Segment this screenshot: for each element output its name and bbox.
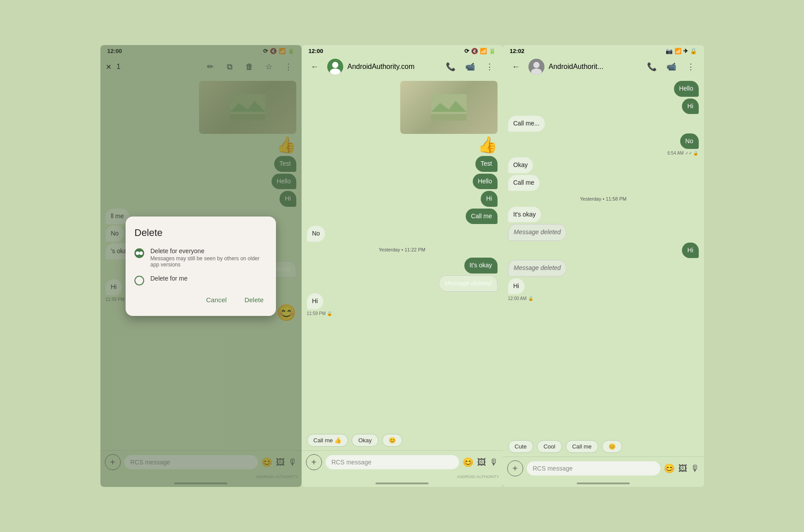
chip-okay-2[interactable]: Okay [352,434,378,447]
msg-itsokay-3: It's okay [508,207,541,223]
back-button-2[interactable]: ← [307,59,323,75]
contact-avatar-2 [327,59,343,75]
screen-3: 12:02 📷 📶 ✈ 🔒 ← AndroidAuthorit... 📞 📹 ⋮ [503,45,704,487]
status-bar-2: 12:00 ⟳ 🔇 📶 🔋 [302,45,503,56]
chip-callme-3[interactable]: Call me [566,440,598,453]
svg-point-8 [533,62,540,68]
voice-button-3[interactable]: 🎙 [691,464,700,474]
screens-container: 12:00 ⟳ 🔇 📶 🔋 ✕ 1 ✏ ⧉ 🗑 ☆ ⋮ [100,45,704,487]
msg-hello-3: Hello [674,81,699,97]
dialog-actions: Cancel Delete [134,294,267,305]
msg-no-3: No [680,133,699,149]
reaction-chips-3: Cute Cool Call me 😊 [503,437,704,456]
msg-okay-3: Okay [508,157,533,173]
hi-timestamp-3: 12:00 AM 🔒 [508,296,699,301]
hi-timestamp-2: 11:59 PM 🔒 [307,311,498,316]
wifi-icon-3: 📶 [674,48,681,54]
msg-hi-2: Hi [481,191,497,207]
status-bar-3: 12:02 📷 📶 ✈ 🔒 [503,45,704,56]
screen-1: 12:00 ⟳ 🔇 📶 🔋 ✕ 1 ✏ ⧉ 🗑 ☆ ⋮ [100,45,302,487]
msg-itsokay-2: It's okay [464,258,498,274]
msg-hello-2: Hello [473,174,498,190]
svg-point-3 [332,62,338,68]
lock-icon-3: 🔒 [690,48,697,54]
more-button-2[interactable]: ⋮ [482,59,498,75]
volume-icon-2: 🔇 [471,48,478,54]
nav-indicator-3 [577,483,630,484]
chip-cool[interactable]: Cool [537,440,562,453]
msg-no-2: No [307,226,325,242]
chat-area-3: Hello Hi Call me... No 6:54 AM ✓✓ 🔒 Okay… [503,77,704,437]
watermark-2: ANDROID AUTHORITY [302,474,503,480]
back-button-3[interactable]: ← [508,59,524,75]
signal-icon-2: 📶 [480,48,487,54]
msg-hi-3: Hi [682,99,698,114]
image-message-2 [400,81,498,134]
sticker-button-3[interactable]: 🖼 [678,464,687,474]
status-icons-2: ⟳ 🔇 📶 🔋 [464,48,496,54]
chip-cute[interactable]: Cute [508,440,533,453]
chip-smiley-3[interactable]: 😊 [602,440,622,453]
msg-callme-3: Call me... [508,116,545,132]
sync-icon-2: ⟳ [464,48,469,54]
sticker-button-2[interactable]: 🖼 [477,457,486,467]
app-bar-actions-3: 📞 📹 ⋮ [644,59,699,75]
msg-test-2: Test [475,156,498,172]
msg-hi-sent-3: Hi [682,243,698,258]
video-button-2[interactable]: 📹 [462,59,478,75]
msg-callme-2: Call me [466,209,497,224]
phone-button-3[interactable]: 📞 [644,59,660,75]
delete-dialog: Delete Delete for everyone Messages may … [126,217,276,316]
message-input-3[interactable]: RCS message [527,461,660,475]
reaction-chips-2: Call me 👍 Okay 😊 [302,430,503,450]
svg-rect-6 [431,114,467,121]
more-button-3[interactable]: ⋮ [683,59,699,75]
option-me-label: Delete for me [150,275,188,282]
timestamp-center-3: Yesterday • 11:58 PM [508,196,699,201]
chip-smiley-2[interactable]: 😊 [382,434,402,447]
option-everyone-sub: Messages may still be seen by others on … [150,255,267,268]
radio-me[interactable] [134,276,144,285]
option-everyone-label: Delete for everyone [150,247,267,255]
battery-icon-2: 🔋 [489,48,496,54]
msg-deleted-2: Message deleted [439,275,498,292]
time-3: 12:02 [510,48,525,54]
input-bar-3: + RCS message 😊 🖼 🎙 [503,456,704,480]
message-input-2[interactable]: RCS message [325,455,459,469]
nav-indicator-2 [375,483,429,484]
screen-2: 12:00 ⟳ 🔇 📶 🔋 ← AndroidAuthority.com 📞 📹… [302,45,503,487]
input-bar-2: + RCS message 😊 🖼 🎙 [302,450,503,474]
dialog-title: Delete [134,227,267,239]
attach-button-3[interactable]: + [507,460,523,476]
option-delete-me[interactable]: Delete for me [134,275,267,285]
thumbs-emoji-2: 👍 [478,136,498,154]
airplane-icon-3: ✈ [683,48,688,54]
voice-button-2[interactable]: 🎙 [490,457,498,467]
contact-avatar-3 [528,59,544,75]
video-button-3[interactable]: 📹 [663,59,679,75]
attach-button-2[interactable]: + [306,454,322,470]
phone-button-2[interactable]: 📞 [443,59,459,75]
radio-everyone[interactable] [134,248,144,258]
msg-callme2-3: Call me [508,175,540,191]
no-timestamp-3: 6:54 AM ✓✓ 🔒 [508,151,699,156]
msg-deleted-recv2-3: Message deleted [508,260,567,277]
option-delete-everyone[interactable]: Delete for everyone Messages may still b… [134,247,267,268]
emoji-button-3[interactable]: 😊 [664,463,675,474]
delete-confirm-button[interactable]: Delete [241,294,267,305]
msg-deleted-recv-3: Message deleted [508,224,567,241]
cancel-button[interactable]: Cancel [203,294,230,305]
app-bar-2: ← AndroidAuthority.com 📞 📹 ⋮ [302,56,503,77]
msg-hi-recv-2: Hi [307,293,323,309]
contact-name-2: AndroidAuthority.com [348,63,438,71]
status-icons-3: 📷 📶 ✈ 🔒 [666,48,697,54]
timestamp-center-2: Yesterday • 11:22 PM [307,247,498,252]
contact-name-3: AndroidAuthorit... [549,63,639,71]
chip-callme-2[interactable]: Call me 👍 [307,434,348,447]
delete-overlay: Delete Delete for everyone Messages may … [100,45,302,487]
chat-area-2: 👍 Test Hello Hi Call me No Yesterday • 1… [302,77,503,430]
camera-icon-3: 📷 [666,48,673,54]
emoji-button-2[interactable]: 😊 [463,457,474,467]
time-2: 12:00 [309,48,323,54]
msg-hi-recv-3: Hi [508,278,525,294]
